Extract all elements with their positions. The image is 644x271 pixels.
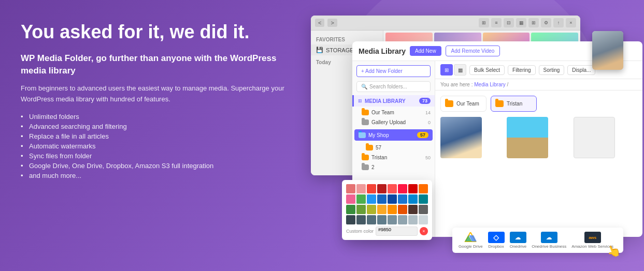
- settings-icon[interactable]: ⚙: [541, 18, 551, 27]
- features-list: Unlimited folders Advanced searching and…: [21, 112, 290, 180]
- add-new-button[interactable]: Add New: [410, 46, 441, 56]
- columns-view-icon[interactable]: ⊟: [504, 18, 514, 27]
- browser-toolbar-icons: ⊞ ≡ ⊟ ▦ ⊞ ⚙ ↑ ×: [479, 18, 576, 27]
- color-swatch[interactable]: [367, 205, 376, 214]
- media-library-root-row[interactable]: ⊞ MEDIA LIBRARY 73: [352, 95, 435, 107]
- view-toggle-group: ⊞ ▦: [440, 64, 466, 76]
- search-folders-input[interactable]: 🔍 Search folders...: [356, 81, 431, 92]
- folder-count-empty: 2: [371, 164, 375, 170]
- folder-item-tristan[interactable]: Tristan 50: [352, 153, 435, 162]
- sorting-btn[interactable]: Sorting: [539, 65, 565, 75]
- add-folder-button[interactable]: + Add New Folder: [356, 65, 431, 77]
- color-swatch[interactable]: [398, 194, 407, 204]
- custom-color-input[interactable]: #9850: [376, 227, 418, 236]
- grid-view-icon[interactable]: ⊞: [479, 18, 489, 27]
- bulk-select-btn[interactable]: Bulk Select: [469, 65, 505, 75]
- share-icon[interactable]: ↑: [553, 18, 564, 27]
- media-folder-our-team[interactable]: Our Team: [440, 96, 486, 112]
- sub-headline: WP Media Folder, go further than anyone …: [21, 52, 290, 77]
- color-swatch[interactable]: [377, 205, 387, 214]
- color-swatch[interactable]: [419, 205, 428, 214]
- onedrive-business-logo: ☁: [541, 232, 557, 243]
- nav-back-btn[interactable]: <: [315, 19, 324, 27]
- folder-count-my-shop: 57: [417, 132, 428, 138]
- grid-view-btn[interactable]: ⊞: [440, 64, 453, 76]
- gallery-view-icon[interactable]: ▦: [516, 18, 526, 27]
- color-swatch[interactable]: [377, 184, 387, 193]
- color-swatch[interactable]: [419, 215, 428, 224]
- media-folder-icon-tristan: [495, 100, 504, 107]
- color-swatch[interactable]: [419, 194, 428, 204]
- onedrive-label: Onedrive: [510, 244, 526, 249]
- description: From beginners to advanced users the eas…: [21, 83, 290, 105]
- google-drive-logo: [462, 232, 479, 243]
- color-swatch[interactable]: [388, 205, 397, 214]
- folder-icon-sub: [366, 145, 373, 150]
- folder-count-our-team: 14: [425, 110, 431, 115]
- folder-name-gallery-upload: Gallery Upload: [371, 119, 406, 125]
- color-swatch[interactable]: [398, 184, 407, 193]
- close-color-picker-btn[interactable]: ×: [420, 227, 428, 235]
- folder-item-empty[interactable]: 2: [352, 162, 435, 172]
- filtering-btn[interactable]: Filtering: [508, 65, 536, 75]
- service-dropbox[interactable]: ◇ Dropbox: [488, 232, 505, 249]
- media-folder-tristan[interactable]: Tristan: [491, 96, 537, 112]
- color-swatch[interactable]: [398, 205, 407, 214]
- dropbox-logo: ◇: [488, 232, 505, 243]
- color-swatch[interactable]: [346, 184, 355, 193]
- media-image-2[interactable]: [507, 117, 548, 158]
- folder-item-my-shop[interactable]: My Shop 57: [354, 129, 433, 141]
- color-swatch[interactable]: [408, 205, 418, 214]
- list-view-btn[interactable]: ▦: [454, 64, 466, 76]
- color-swatch[interactable]: [367, 184, 376, 193]
- onedrive-business-label: Onedrive Business: [532, 244, 566, 249]
- color-swatch[interactable]: [367, 215, 376, 224]
- color-swatch[interactable]: [408, 184, 418, 193]
- breadcrumb-link[interactable]: Media Library: [474, 82, 506, 87]
- color-swatch[interactable]: [356, 184, 366, 193]
- service-onedrive[interactable]: ☁ Onedrive: [510, 232, 526, 249]
- color-swatch[interactable]: [346, 205, 355, 214]
- color-swatch[interactable]: [408, 194, 418, 204]
- folder-icon-tristan: [362, 155, 369, 160]
- add-remote-video-button[interactable]: Add Remote Video: [446, 46, 500, 56]
- folder-icon-our-team: [362, 110, 369, 115]
- feature-item: Automatic watermarks: [21, 141, 290, 151]
- folder-icon-my-shop: [359, 132, 366, 138]
- color-swatch[interactable]: [398, 215, 407, 224]
- color-swatch[interactable]: [356, 215, 366, 224]
- google-drive-label: Google Drive: [459, 244, 483, 249]
- left-panel: You asked for it, we did it. WP Media Fo…: [21, 16, 300, 255]
- color-swatch-selected[interactable]: [356, 194, 366, 204]
- service-onedrive-business[interactable]: ☁ Onedrive Business: [532, 232, 566, 249]
- color-swatch[interactable]: [346, 215, 355, 224]
- custom-color-label: Custom color: [346, 229, 374, 234]
- folder-count-gallery-upload: 0: [428, 120, 431, 125]
- media-image-3[interactable]: [574, 117, 615, 158]
- color-swatch[interactable]: [388, 215, 397, 224]
- close-icon[interactable]: ×: [566, 18, 576, 27]
- color-swatch[interactable]: [377, 215, 387, 224]
- service-google-drive[interactable]: Google Drive: [459, 232, 483, 249]
- color-swatch[interactable]: [419, 184, 428, 193]
- color-swatch[interactable]: [377, 194, 387, 204]
- color-swatch[interactable]: [388, 194, 397, 204]
- media-folder-label-tristan: Tristan: [507, 101, 522, 107]
- folder-item-my-shop-sub[interactable]: 57: [352, 143, 435, 153]
- folder-name-my-shop: My Shop: [368, 132, 389, 138]
- media-image-1[interactable]: [440, 117, 482, 158]
- color-swatch[interactable]: [388, 184, 397, 193]
- folder-item-our-team[interactable]: Our Team 14: [352, 108, 435, 117]
- display-btn[interactable]: Displa...: [567, 65, 595, 75]
- color-swatch[interactable]: [346, 194, 355, 204]
- list-view-icon[interactable]: ≡: [491, 18, 502, 27]
- color-swatch[interactable]: [367, 194, 376, 204]
- custom-color-row: Custom color #9850 ×: [346, 227, 428, 236]
- services-bar: Google Drive ◇ Dropbox ☁ Onedrive ☁ Oned…: [452, 228, 623, 253]
- sort-icon[interactable]: ⊞: [528, 18, 539, 27]
- folder-item-gallery-upload[interactable]: Gallery Upload 0: [352, 117, 435, 127]
- color-swatch[interactable]: [408, 215, 418, 224]
- nav-forward-btn[interactable]: >: [327, 19, 337, 27]
- color-swatch[interactable]: [356, 205, 366, 214]
- folder-icon-empty: [362, 164, 369, 170]
